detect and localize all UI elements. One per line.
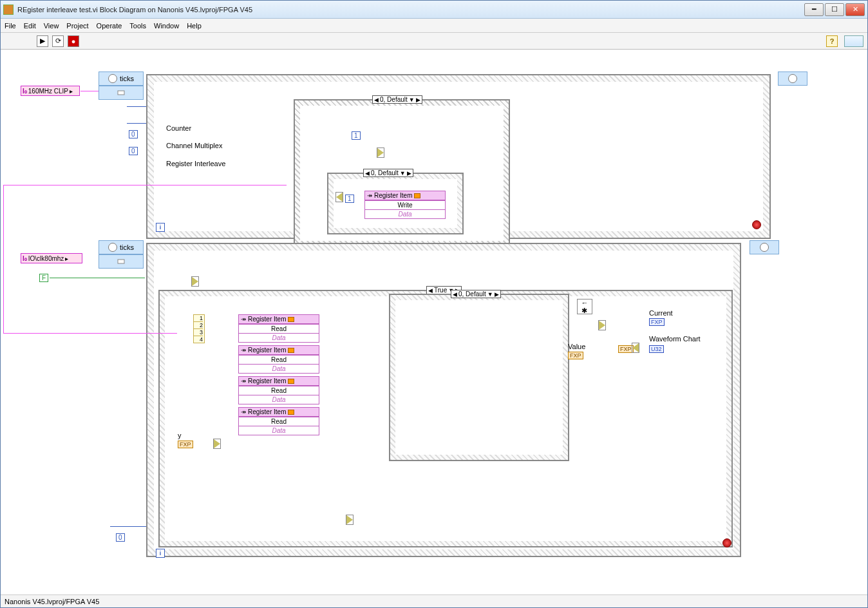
loop2-true-case[interactable]: ◀True▼▶ 1 2 3 4 ↠Register Item (158, 290, 733, 547)
menu-window[interactable]: Window (154, 22, 179, 30)
y-fxp-indicator[interactable]: FXP (178, 441, 193, 448)
loop1-register-node[interactable]: ↠Register Item Write Data (364, 191, 446, 219)
menu-operate[interactable]: Operate (97, 22, 122, 30)
loop2-stop-terminal[interactable] (722, 538, 731, 547)
loop1-sctl[interactable]: 0 0 Counter Channel Multiplex Register I… (146, 74, 771, 239)
label-regil: Register Interleave (166, 160, 225, 167)
pin-icon (288, 379, 294, 384)
clip-80mhz-label: IO\clk80mhz (28, 255, 64, 262)
loop2-clock-header[interactable]: ticks (99, 240, 144, 254)
loop1-right-clock[interactable] (778, 71, 807, 86)
first-call-icon (192, 277, 198, 286)
const-zero-a[interactable]: 0 (129, 130, 138, 138)
add-node-icon (214, 439, 220, 448)
clock-icon (788, 74, 797, 83)
app-window: REgister interleave test.vi Block Diagra… (0, 0, 868, 608)
label-chanmux: Channel Multiplex (166, 142, 222, 149)
green-dotted-wire (50, 278, 145, 278)
shift-icon (336, 193, 343, 202)
menu-file[interactable]: File (5, 22, 16, 30)
loop1-stop-terminal[interactable] (752, 220, 761, 229)
loop1-clock-src[interactable] (99, 86, 144, 100)
loop1-outer-case-selector[interactable]: ◀0, Default▼▶ (372, 95, 422, 104)
svg-rect-1 (118, 260, 124, 263)
pin-icon (414, 193, 420, 198)
loop2-inner-case[interactable]: ◀0, Default▼▶ (389, 294, 569, 461)
clock-icon (760, 243, 769, 252)
loop1-inner: 0 0 Counter Channel Multiplex Register I… (154, 82, 763, 231)
app-icon (3, 5, 14, 15)
clip-node-160mhz[interactable]: I₀ 160MHz CLIP ▸ (21, 86, 80, 96)
menu-bar: File Edit View Project Operate Tools Win… (1, 19, 867, 33)
window-title: REgister interleave test.vi Block Diagra… (17, 6, 252, 14)
current-label: Current (649, 309, 673, 317)
close-button[interactable]: ✕ (845, 3, 865, 16)
loop1-outer-case[interactable]: ◀0, Default▼▶ 1 ◀0, Default▼▶ 1 (294, 99, 510, 247)
loop2-reg2[interactable]: ↠Register Item Read Data (238, 345, 319, 374)
loop2-unbundle[interactable]: 1 2 3 4 (193, 314, 205, 343)
loop2-ticks-label: ticks (120, 243, 134, 251)
context-help-button[interactable]: ? (826, 35, 838, 47)
svg-rect-0 (118, 91, 124, 95)
loop1-inner-one-const[interactable]: 1 (345, 195, 354, 203)
menu-project[interactable]: Project (66, 22, 88, 30)
vi-icon[interactable] (844, 35, 863, 47)
pink-wire-vert (3, 185, 4, 333)
run-button[interactable]: ▶ (37, 35, 48, 47)
loop1-inner-case-selector[interactable]: ◀0, Default▼▶ (363, 169, 413, 177)
block-diagram-canvas[interactable]: I₀ 160MHz CLIP ▸ ticks 0 0 Counter Chann… (1, 50, 867, 594)
minimize-button[interactable]: ━ (804, 3, 824, 16)
current-indicator[interactable]: FXP (649, 318, 665, 326)
increment-node-icon (377, 148, 384, 157)
loop1-clock-header[interactable]: ticks (99, 71, 144, 86)
loop2-reg1[interactable]: ↠Register Item Read Data (238, 314, 319, 343)
wave-fxp[interactable]: FXP (618, 345, 634, 353)
subtract-node-icon (599, 321, 605, 330)
label-counter: Counter (166, 124, 191, 132)
loop2-inner: ◀True▼▶ 1 2 3 4 ↠Register Item (154, 251, 733, 549)
pink-wire-into-loop2 (3, 333, 177, 334)
value-label: Value (568, 343, 585, 350)
loop2-inner-selector[interactable]: ◀0, Default▼▶ (451, 290, 501, 298)
waveform-label: Waveform Chart (649, 335, 701, 343)
pink-wire-top (3, 185, 287, 185)
loop1-ticks-label: ticks (120, 75, 134, 82)
status-bar: Nanonis V45.lvproj/FPGA V45 (1, 594, 867, 607)
loop2-sctl[interactable]: ◀True▼▶ 1 2 3 4 ↠Register Item (146, 243, 741, 557)
value-indicator[interactable]: FXP (568, 352, 583, 359)
toolbar: ▶ ⟳ ● ? (1, 33, 867, 50)
pin-icon (288, 348, 294, 353)
maximize-button[interactable]: ☐ (825, 3, 844, 16)
clip-160mhz-label: 160MHz CLIP (28, 88, 68, 95)
loop2-right-clock[interactable] (750, 240, 779, 254)
clip-node-80mhz[interactable]: I₀ IO\clk80mhz ▸ (21, 253, 82, 263)
loop2-zero-const[interactable]: 0 (116, 533, 125, 542)
clock-icon (108, 243, 117, 252)
const-zero-b[interactable]: 0 (129, 147, 138, 155)
abort-button[interactable]: ● (68, 35, 79, 47)
timer-sub-icon (117, 88, 126, 97)
coerce-icon (632, 343, 639, 352)
loop2-clock-src[interactable] (99, 254, 144, 269)
clock-icon (108, 74, 117, 83)
iteration-terminal-icon: i (156, 223, 165, 232)
menu-tools[interactable]: Tools (129, 22, 146, 30)
wave-u32-indicator[interactable]: U32 (649, 345, 664, 353)
loop2-false-const[interactable]: F (39, 274, 48, 282)
menu-edit[interactable]: Edit (24, 22, 36, 30)
timer-sub-icon (117, 257, 126, 266)
menu-view[interactable]: View (44, 22, 59, 30)
y-label: y (178, 432, 182, 439)
menu-help[interactable]: Help (187, 22, 202, 30)
pin-icon (288, 317, 294, 322)
loop1-inner-case[interactable]: ◀0, Default▼▶ 1 ↠Register Item Write Dat… (327, 173, 464, 234)
run-continuous-button[interactable]: ⟳ (52, 35, 64, 47)
loop1-one-const[interactable]: 1 (352, 131, 361, 140)
title-bar: REgister interleave test.vi Block Diagra… (1, 1, 867, 19)
feedback-node-icon[interactable]: ←✱ (577, 299, 592, 314)
loop2-reg4[interactable]: ↠Register Item Read Data (238, 407, 319, 435)
status-project-path: Nanonis V45.lvproj/FPGA V45 (5, 598, 99, 605)
add-node-bottom-icon (346, 515, 353, 524)
pin-icon (288, 410, 294, 415)
loop2-reg3[interactable]: ↠Register Item Read Data (238, 376, 319, 404)
